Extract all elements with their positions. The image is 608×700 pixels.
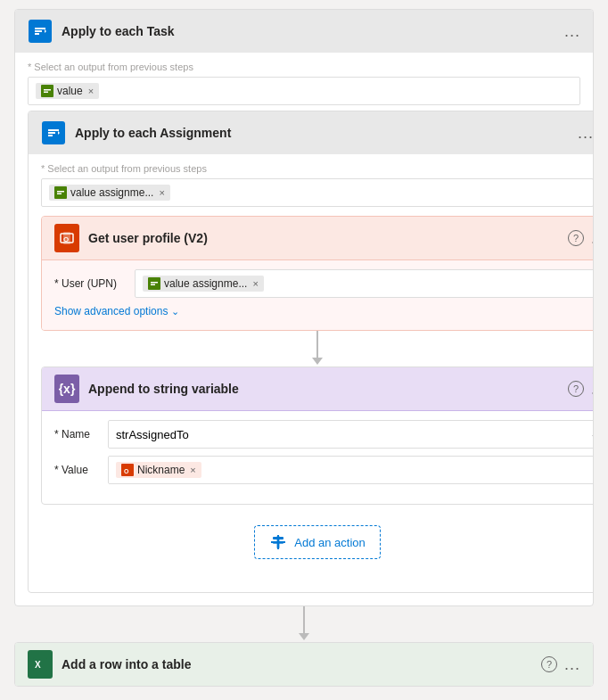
arrow-connector-1 — [41, 331, 594, 366]
svg-text:O: O — [124, 468, 129, 474]
add-row-header: X Add a row into a table ? ... — [15, 643, 593, 686]
user-upn-token-input[interactable]: value assignme... × — [135, 269, 594, 298]
add-row-help-button[interactable]: ? — [541, 656, 557, 672]
get-user-title: Get user profile (V2) — [88, 231, 568, 245]
append-value-token: O Nickname × — [116, 462, 201, 478]
arrow-line-outer — [303, 606, 305, 633]
add-row-excel-icon-wrap: X — [28, 652, 53, 677]
user-upn-token-label: value assignme... — [164, 277, 247, 290]
append-value-token-label: Nickname — [137, 464, 185, 476]
user-upn-row: * User (UPN) value assignme... — [54, 269, 594, 298]
append-name-value: strAssignedTo — [116, 428, 189, 441]
add-action-label: Add an action — [294, 536, 366, 549]
arrow-connector-outer — [299, 606, 309, 642]
get-user-profile-card: O Get user profile (V2) ? ... — [41, 216, 594, 331]
assignment-body: * Select an output from previous steps v… — [29, 154, 594, 592]
apply-to-each-task-card: Apply to each Task ... * Select an outpu… — [14, 9, 594, 606]
task-select-label: * Select an output from previous steps — [28, 62, 580, 72]
show-advanced-label: Show advanced options — [54, 305, 168, 317]
svg-text:X: X — [35, 660, 41, 670]
add-action-button[interactable]: Add an action — [254, 525, 381, 559]
append-string-title: Append to string variable — [88, 382, 568, 396]
user-upn-token-close[interactable]: × — [252, 278, 258, 289]
get-user-header: O Get user profile (V2) ? ... — [42, 217, 594, 260]
assignment-title: Apply to each Assignment — [75, 126, 578, 140]
append-string-variable-icon-wrap: {x} — [54, 376, 79, 401]
flow-container: Apply to each Task ... * Select an outpu… — [0, 0, 608, 696]
user-upn-label: * User (UPN) — [54, 277, 135, 290]
task-token-input[interactable]: value × — [28, 77, 580, 105]
append-name-input: strAssignedTo ⌄ — [108, 420, 594, 449]
add-row-title: Add a row into a table — [62, 657, 541, 671]
append-name-label: * Name — [54, 428, 108, 441]
task-value-token: value × — [36, 83, 99, 99]
append-value-token-icon: O — [121, 464, 134, 476]
show-advanced-chevron-icon: ⌄ — [171, 306, 179, 317]
get-user-office-icon-wrap: O — [54, 226, 79, 251]
svg-rect-0 — [44, 89, 51, 91]
add-action-container: Add an action — [41, 505, 594, 580]
assignment-token-icon — [54, 186, 67, 199]
apply-to-each-task-body: * Select an output from previous steps v… — [15, 53, 593, 605]
get-user-more-button[interactable]: ... — [591, 229, 594, 248]
assignment-header: Apply to each Assignment ... — [29, 111, 594, 154]
svg-rect-2 — [57, 191, 64, 193]
svg-text:O: O — [63, 235, 69, 243]
apply-to-each-task-title: Apply to each Task — [62, 24, 564, 38]
get-user-header-actions: ? ... — [568, 229, 594, 248]
user-upn-token: value assignme... × — [143, 276, 264, 292]
get-user-help-button[interactable]: ? — [568, 230, 584, 246]
append-string-header: {x} Append to string variable ? ... — [42, 367, 594, 411]
arrow-head-outer — [299, 633, 309, 640]
add-row-table-card: X Add a row into a table ? ... — [14, 642, 594, 687]
append-string-more-button[interactable]: ... — [591, 380, 594, 399]
arrow-head-1 — [312, 358, 323, 365]
svg-rect-3 — [57, 194, 62, 195]
user-upn-token-icon — [148, 277, 160, 290]
append-string-body: * Name strAssignedTo ⌄ * Value — [42, 411, 594, 504]
assignment-loop-icon-wrap — [41, 120, 66, 145]
append-value-input: O Nickname × — [108, 456, 594, 484]
append-string-card: {x} Append to string variable ? ... — [41, 366, 594, 505]
task-more-button[interactable]: ... — [564, 22, 580, 41]
assignment-more-button[interactable]: ... — [578, 124, 594, 143]
append-value-row: * Value O Nickname × — [54, 456, 594, 484]
append-value-token-input[interactable]: O Nickname × — [108, 456, 594, 484]
append-name-row: * Name strAssignedTo ⌄ — [54, 420, 594, 449]
svg-rect-7 — [151, 282, 158, 284]
svg-rect-1 — [44, 92, 48, 94]
append-value-label: * Value — [54, 464, 108, 476]
append-name-dropdown[interactable]: strAssignedTo ⌄ — [108, 420, 594, 449]
apply-to-each-task-header: Apply to each Task ... — [15, 10, 593, 53]
get-user-body: * User (UPN) value assignme... — [42, 260, 594, 330]
task-token-close[interactable]: × — [88, 86, 94, 96]
task-token-icon — [41, 85, 53, 97]
assignment-token-close[interactable]: × — [159, 187, 164, 198]
user-upn-input: value assignme... × — [135, 269, 594, 298]
arrow-line-1 — [316, 331, 318, 358]
show-advanced-options-link[interactable]: Show advanced options ⌄ — [54, 305, 594, 317]
svg-rect-8 — [151, 284, 155, 286]
assignment-token-label: value assignme... — [70, 186, 153, 199]
add-action-icon — [269, 533, 287, 551]
task-header-actions: ... — [564, 22, 580, 41]
assignment-header-actions: ... — [578, 124, 594, 143]
assignment-value-token: value assignme... × — [49, 185, 170, 201]
append-string-header-actions: ? ... — [568, 380, 594, 399]
append-string-help-button[interactable]: ? — [568, 381, 584, 397]
task-token-label: value — [57, 85, 83, 97]
apply-to-each-assignment-card: Apply to each Assignment ... * Select an… — [28, 111, 594, 593]
append-value-token-close[interactable]: × — [190, 465, 195, 475]
add-row-more-button[interactable]: ... — [564, 655, 580, 674]
loop-icon — [28, 19, 53, 44]
assignment-token-input[interactable]: value assignme... × — [41, 178, 594, 207]
add-row-header-actions: ? ... — [541, 655, 580, 674]
assignment-select-label: * Select an output from previous steps — [41, 163, 594, 174]
append-name-chevron-icon: ⌄ — [590, 428, 594, 441]
